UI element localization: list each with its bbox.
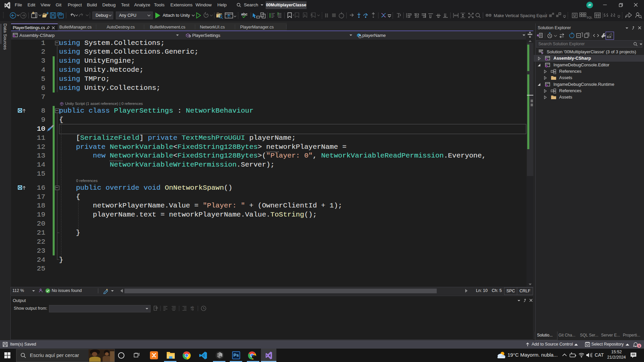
svg-text:Debug: Debug <box>96 13 108 18</box>
svg-text:ab: ab <box>191 306 194 309</box>
svg-text:Any CPU: Any CPU <box>119 13 136 18</box>
svg-text:Make Vertical Spacing Equal: Make Vertical Spacing Equal <box>494 13 547 18</box>
svg-text:2: 2 <box>277 12 279 16</box>
svg-text:Attach to Unity: Attach to Unity <box>163 13 190 18</box>
svg-text:SQL: SQL <box>587 16 592 19</box>
svg-text:abc: abc <box>241 12 248 16</box>
